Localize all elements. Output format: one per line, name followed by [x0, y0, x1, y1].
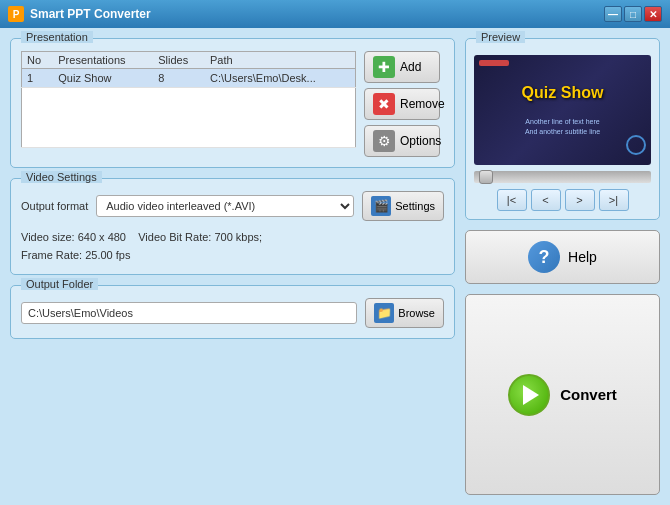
video-settings-group: Video Settings Output format Audio video…: [10, 178, 455, 275]
window-controls: — □ ✕: [604, 6, 662, 22]
play-icon: [508, 374, 550, 416]
video-size: Video size: 640 x 480: [21, 231, 126, 243]
video-info: Video size: 640 x 480 Video Bit Rate: 70…: [21, 229, 444, 264]
output-folder-group: Output Folder 📁 Browse: [10, 285, 455, 339]
help-icon: ?: [528, 241, 560, 273]
left-panel: Presentation No Presentations Slides Pat…: [10, 38, 455, 495]
cell-slides: 8: [153, 69, 205, 88]
preview-slide-subtitle: Another line of text here And another su…: [522, 117, 604, 137]
video-bitrate: Video Bit Rate: 700 kbps;: [138, 231, 262, 243]
add-label: Add: [400, 60, 421, 74]
settings-label: Settings: [395, 200, 435, 212]
options-label: Options: [400, 134, 441, 148]
nav-next-button[interactable]: >: [565, 189, 595, 211]
folder-icon: 📁: [374, 303, 394, 323]
preview-title: Preview: [476, 31, 525, 43]
close-button[interactable]: ✕: [644, 6, 662, 22]
play-triangle: [523, 385, 539, 405]
nav-last-button[interactable]: >|: [599, 189, 629, 211]
preview-group: Preview Quiz Show Another line of text h…: [465, 38, 660, 220]
video-settings-title: Video Settings: [21, 171, 102, 183]
remove-button[interactable]: ✖ Remove: [364, 88, 440, 120]
table-row[interactable]: 1 Quiz Show 8 C:\Users\Emo\Desk...: [22, 69, 356, 88]
col-path: Path: [205, 52, 356, 69]
minimize-button[interactable]: —: [604, 6, 622, 22]
cell-no: 1: [22, 69, 54, 88]
folder-input[interactable]: [21, 302, 357, 324]
cell-name: Quiz Show: [53, 69, 153, 88]
options-button[interactable]: ⚙ Options: [364, 125, 440, 157]
col-slides: Slides: [153, 52, 205, 69]
presentation-group-title: Presentation: [21, 31, 93, 43]
help-button[interactable]: ? Help: [465, 230, 660, 284]
nav-prev-button[interactable]: <: [531, 189, 561, 211]
format-select[interactable]: Audio video interleaved (*.AVI): [96, 195, 354, 217]
presentation-buttons: ✚ Add ✖ Remove ⚙ Options: [364, 51, 444, 157]
right-panel: Preview Quiz Show Another line of text h…: [465, 38, 660, 495]
col-no: No: [22, 52, 54, 69]
preview-slide-title: Quiz Show: [522, 84, 604, 102]
preview-decoration-2: [626, 135, 646, 155]
output-folder-title: Output Folder: [21, 278, 98, 290]
convert-button[interactable]: Convert: [465, 294, 660, 495]
frame-rate: Frame Rate: 25.00 fps: [21, 249, 130, 261]
presentation-table: No Presentations Slides Path 1 Quiz Show…: [21, 51, 356, 148]
remove-label: Remove: [400, 97, 445, 111]
col-presentations: Presentations: [53, 52, 153, 69]
cell-path: C:\Users\Emo\Desk...: [205, 69, 356, 88]
film-icon: 🎬: [371, 196, 391, 216]
folder-row: 📁 Browse: [21, 298, 444, 328]
remove-icon: ✖: [373, 93, 395, 115]
add-icon: ✚: [373, 56, 395, 78]
preview-slider[interactable]: [474, 171, 651, 183]
presentation-group: Presentation No Presentations Slides Pat…: [10, 38, 455, 168]
maximize-button[interactable]: □: [624, 6, 642, 22]
add-button[interactable]: ✚ Add: [364, 51, 440, 83]
gear-icon: ⚙: [373, 130, 395, 152]
title-bar: P Smart PPT Converter — □ ✕: [0, 0, 670, 28]
slider-thumb: [479, 170, 493, 184]
nav-buttons: |< < > >|: [474, 189, 651, 211]
app-icon: P: [8, 6, 24, 22]
preview-image: Quiz Show Another line of text here And …: [474, 55, 651, 165]
output-format-row: Output format Audio video interleaved (*…: [21, 191, 444, 221]
main-content: Presentation No Presentations Slides Pat…: [0, 28, 670, 505]
presentation-content: No Presentations Slides Path 1 Quiz Show…: [21, 51, 444, 157]
convert-label: Convert: [560, 386, 617, 403]
settings-button[interactable]: 🎬 Settings: [362, 191, 444, 221]
browse-label: Browse: [398, 307, 435, 319]
preview-decoration: [479, 60, 509, 66]
browse-button[interactable]: 📁 Browse: [365, 298, 444, 328]
output-format-label: Output format: [21, 200, 88, 212]
nav-first-button[interactable]: |<: [497, 189, 527, 211]
help-label: Help: [568, 249, 597, 265]
app-title: Smart PPT Converter: [30, 7, 151, 21]
presentation-table-area: No Presentations Slides Path 1 Quiz Show…: [21, 51, 356, 157]
preview-slide-content: Quiz Show Another line of text here And …: [522, 84, 604, 137]
